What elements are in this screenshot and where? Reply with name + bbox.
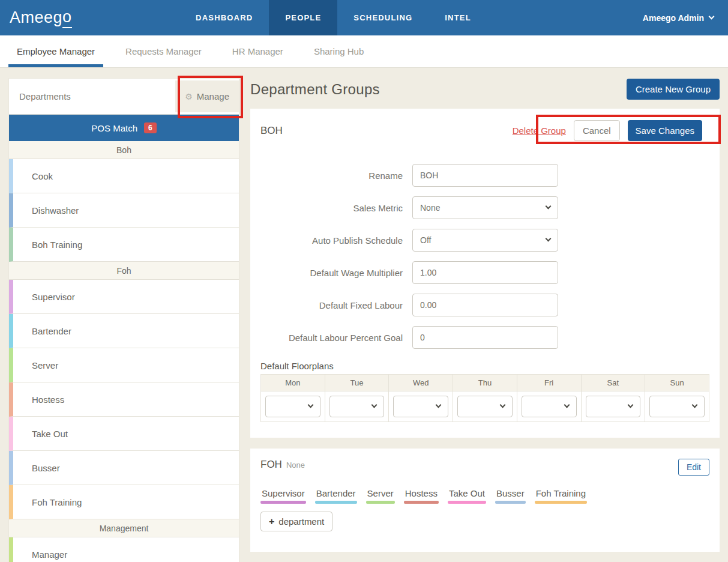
sidebar-item-busser[interactable]: Busser (9, 451, 239, 485)
form-row-fixed-labour: Default Fixed Labour (260, 294, 709, 316)
floorplan-select-fri[interactable] (522, 396, 577, 417)
chip-bartender: Bartender (315, 488, 357, 504)
sidebar-item-boh-training[interactable]: Boh Training (9, 228, 239, 262)
sidebar-item-server[interactable]: Server (9, 348, 239, 382)
sidebar-item-cook[interactable]: Cook (9, 159, 239, 193)
day-header-fri: Fri (517, 375, 581, 391)
sidebar-item-dishwasher[interactable]: Dishwasher (9, 193, 239, 228)
wage-multiplier-input[interactable] (412, 261, 558, 284)
edit-button[interactable]: Edit (678, 459, 709, 476)
group-card-foh: FOH None Edit Supervisor Bartender Serve… (250, 449, 720, 552)
nav-item-scheduling[interactable]: SCHEDULING (337, 0, 429, 35)
save-changes-button[interactable]: Save Changes (628, 120, 702, 141)
departments-sidebar: Departments ⚙ Manage POS Match 6 Boh Coo… (8, 78, 239, 562)
auto-publish-select-wrap: Off (412, 229, 558, 252)
sidebar-item-hostess[interactable]: Hostess (9, 382, 239, 417)
day-header-thu: Thu (453, 375, 517, 391)
wage-multiplier-label: Default Wage Multiplier (260, 268, 412, 278)
default-floorplans-label: Default Floorplans (260, 361, 709, 371)
form-row-sales-metric: Sales Metric None (260, 196, 709, 219)
rename-label: Rename (260, 171, 412, 181)
foh-group-subtitle: None (286, 461, 305, 470)
floorplan-select-tue[interactable] (329, 396, 385, 417)
chip-foh-training: Foh Training (535, 488, 587, 504)
main-header: Department Groups Create New Group (250, 79, 720, 100)
nav-item-dashboard[interactable]: DASHBOARD (179, 0, 269, 35)
floorplan-select-thu[interactable] (457, 396, 513, 417)
fixed-labour-label: Default Fixed Labour (260, 300, 412, 310)
day-header-wed: Wed (389, 375, 453, 391)
section-header-boh: Boh (9, 141, 239, 159)
tab-sharing-hub[interactable]: Sharing Hub (305, 35, 372, 67)
add-department-button[interactable]: + department (260, 512, 332, 531)
manage-button[interactable]: ⚙ Manage (175, 80, 239, 112)
chip-color-bar (535, 501, 587, 504)
boh-card-header: BOH Delete Group Cancel Save Changes (260, 120, 709, 141)
section-header-management: Management (9, 519, 239, 537)
rename-input[interactable] (412, 164, 558, 187)
sidebar-item-take-out[interactable]: Take Out (9, 417, 239, 451)
boh-group-title: BOH (260, 125, 283, 137)
chip-color-bar (315, 501, 357, 504)
add-department-label: department (278, 516, 324, 527)
chip-supervisor: Supervisor (260, 488, 306, 504)
chip-color-bar (260, 501, 306, 504)
chip-take-out: Take Out (448, 488, 486, 504)
foh-title-wrap: FOH None (260, 459, 305, 471)
gear-icon: ⚙ (185, 92, 193, 101)
default-floorplans-table: Mon Tue Wed Thu Fri Sat Sun (260, 374, 709, 422)
nav-item-people[interactable]: PEOPLE (269, 0, 337, 35)
sales-metric-select[interactable]: None (412, 196, 558, 219)
floorplan-select-mon[interactable] (265, 396, 320, 417)
brand-logo[interactable]: Ameego (0, 0, 82, 35)
fixed-labour-input[interactable] (412, 294, 558, 316)
sidebar-title: Departments (19, 91, 71, 101)
sidebar-item-bartender[interactable]: Bartender (9, 314, 239, 348)
chip-color-bar (495, 501, 526, 504)
foh-card-header: FOH None Edit (260, 459, 709, 476)
form-row-labour-percent-goal: Default Labour Percent Goal (260, 326, 709, 349)
chip-busser: Busser (495, 488, 526, 504)
nav-item-intel[interactable]: INTEL (429, 0, 487, 35)
pos-match-badge: 6 (144, 122, 157, 133)
foh-department-chips: Supervisor Bartender Server Hostess Take… (260, 488, 709, 504)
primary-nav: DASHBOARD PEOPLE SCHEDULING INTEL (179, 0, 487, 35)
tab-employee-manager[interactable]: Employee Manager (8, 35, 103, 67)
chip-server: Server (366, 488, 395, 504)
pos-match-label: POS Match (91, 123, 137, 133)
page-content: Departments ⚙ Manage POS Match 6 Boh Coo… (0, 68, 728, 562)
pos-match-row[interactable]: POS Match 6 (9, 115, 239, 141)
brand-text-underlined: o (62, 8, 72, 28)
auto-publish-select[interactable]: Off (412, 229, 558, 252)
tab-hr-manager[interactable]: HR Manager (224, 35, 292, 67)
secondary-nav: Employee Manager Requests Manager HR Man… (0, 35, 728, 68)
form-row-rename: Rename (260, 164, 709, 187)
chevron-down-icon (709, 14, 715, 20)
chip-color-bar (448, 501, 486, 504)
floorplan-select-wed[interactable] (393, 396, 448, 417)
day-header-sat: Sat (581, 375, 645, 391)
floorplan-select-sun[interactable] (649, 396, 705, 417)
sidebar-item-supervisor[interactable]: Supervisor (9, 280, 239, 314)
sidebar-item-manager[interactable]: Manager (9, 537, 239, 562)
section-header-foh: Foh (9, 262, 239, 280)
sidebar-header: Departments ⚙ Manage (9, 79, 239, 115)
user-menu[interactable]: Ameego Admin (628, 0, 728, 35)
labour-percent-goal-input[interactable] (412, 326, 558, 349)
boh-card-actions: Delete Group Cancel Save Changes (513, 120, 709, 141)
sales-metric-label: Sales Metric (260, 203, 412, 213)
cancel-button[interactable]: Cancel (574, 120, 620, 141)
tab-requests-manager[interactable]: Requests Manager (117, 35, 210, 67)
foh-group-title: FOH (260, 459, 282, 471)
auto-publish-label: Auto Publish Schedule (260, 235, 412, 246)
day-header-mon: Mon (261, 375, 325, 391)
boh-settings-form: Rename Sales Metric None Auto Publish Sc… (260, 164, 709, 349)
form-row-wage-multiplier: Default Wage Multiplier (260, 261, 709, 284)
delete-group-link[interactable]: Delete Group (513, 125, 566, 136)
page-title: Department Groups (250, 81, 380, 98)
sidebar-item-foh-training[interactable]: Foh Training (9, 485, 239, 519)
floorplan-select-sat[interactable] (586, 396, 641, 417)
top-nav: Ameego DASHBOARD PEOPLE SCHEDULING INTEL… (0, 0, 728, 35)
create-new-group-button[interactable]: Create New Group (627, 79, 720, 100)
form-row-auto-publish: Auto Publish Schedule Off (260, 229, 709, 252)
